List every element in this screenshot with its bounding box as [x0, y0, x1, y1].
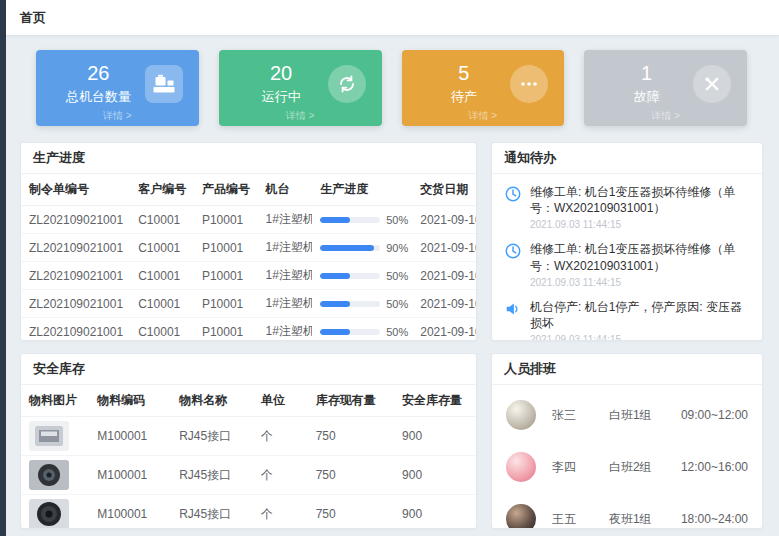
progress-bar — [320, 217, 380, 223]
progress-label: 50% — [386, 326, 408, 338]
stat-label: 总机台数量 — [52, 88, 145, 106]
schedule-row: 张三 白班1组 09:00~12:00 — [492, 389, 762, 441]
column-header: 客户编号 — [130, 174, 194, 206]
cell-order: ZL202109021001 — [21, 290, 130, 318]
clock-icon — [504, 242, 522, 260]
person-name: 王五 — [552, 511, 609, 528]
notifications-list: 维修工单: 机台1变压器损坏待维修（单号：WX202109031001） 202… — [492, 174, 762, 340]
stat-card-standby[interactable]: 5 待产 详情 > — [402, 50, 565, 126]
standby-icon — [510, 65, 548, 103]
cell-name: RJ45接口 — [171, 456, 253, 495]
table-row: ZL202109021001 C10001 P10001 1#注塑机 50% 2… — [21, 206, 476, 234]
cell-code: M100001 — [89, 456, 171, 495]
detail-link[interactable]: 详情 > — [219, 109, 382, 123]
progress-bar — [320, 329, 380, 335]
stat-label: 运行中 — [235, 88, 328, 106]
column-header: 库存现有量 — [308, 385, 394, 417]
column-header: 安全库存量 — [394, 385, 476, 417]
stat-card-text: 26 总机台数量 — [52, 62, 145, 106]
progress-label: 50% — [386, 214, 408, 226]
cell-product: P10001 — [194, 206, 258, 234]
stat-value: 20 — [235, 62, 328, 85]
dashboard-app: 首页 26 总机台数量 — [0, 0, 779, 536]
notification-text: 维修工单: 机台1变压器损坏待维修（单号：WX202109031001） — [530, 241, 750, 273]
notification-item[interactable]: 机台停产: 机台1停产，停产原因: 变压器损坏 2021.09.03 11:44… — [504, 293, 750, 340]
running-icon — [328, 65, 366, 103]
page-content: 26 总机台数量 详情 > — [6, 36, 779, 536]
connector-photo — [29, 460, 69, 490]
inventory-panel: 安全库存 物料图片 物料编码 物料名称 单位 库存现有量 — [20, 353, 477, 529]
rj45-photo — [29, 421, 69, 451]
cell-unit: 个 — [253, 417, 308, 456]
table-row: M100001 RJ45接口 个 750 900 — [21, 417, 476, 456]
stat-value: 5 — [418, 62, 511, 85]
inventory-table-wrap: 物料图片 物料编码 物料名称 单位 库存现有量 安全库存量 — [21, 385, 476, 528]
stat-card-body: 20 运行中 — [229, 62, 372, 106]
stat-cards-row: 26 总机台数量 详情 > — [36, 50, 747, 126]
column-header: 物料图片 — [21, 385, 89, 417]
detail-link[interactable]: 详情 > — [36, 109, 199, 123]
column-header: 单位 — [253, 385, 308, 417]
cell-date: 2021-09-10 — [412, 262, 476, 290]
stat-value: 1 — [600, 62, 693, 85]
cell-product: P10001 — [194, 290, 258, 318]
table-row: M100001 RJ45接口 个 750 900 — [21, 456, 476, 495]
column-header: 机台 — [258, 174, 313, 206]
stat-card-body: 26 总机台数量 — [46, 62, 189, 106]
tab-home[interactable]: 首页 — [20, 9, 46, 27]
detail-link[interactable]: 详情 > — [402, 109, 565, 123]
person-time: 09:00~12:00 — [681, 408, 748, 422]
cell-date: 2021-09-10 — [412, 290, 476, 318]
panel-title: 安全库存 — [21, 354, 476, 385]
cell-progress: 50% — [312, 290, 412, 318]
stat-card-body: 1 故障 — [594, 62, 737, 106]
progress-bar — [320, 301, 380, 307]
schedule-list: 张三 白班1组 09:00~12:00 李四 白班2组 12:00~16:00 — [492, 385, 762, 528]
production-panel: 生产进度 制令单编号 客户编号 产品编号 机台 生产进度 — [20, 142, 477, 341]
cell-name: RJ45接口 — [171, 417, 253, 456]
progress-label: 90% — [386, 242, 408, 254]
schedule-row: 王五 夜班1组 18:00~24:00 — [492, 493, 762, 528]
detail-link[interactable]: 详情 > — [584, 109, 747, 123]
fault-icon — [693, 65, 731, 103]
stat-card-fault[interactable]: 1 故障 详情 > — [584, 50, 747, 126]
stat-label: 故障 — [600, 88, 693, 106]
schedule-row: 李四 白班2组 12:00~16:00 — [492, 441, 762, 493]
panels-grid: 生产进度 制令单编号 客户编号 产品编号 机台 生产进度 — [20, 142, 763, 529]
stat-card-running[interactable]: 20 运行中 详情 > — [219, 50, 382, 126]
table-row: ZL202109021001 C10001 P10001 1#注塑机 50% 2… — [21, 318, 476, 341]
cell-unit: 个 — [253, 456, 308, 495]
cell-date: 2021-09-10 — [412, 206, 476, 234]
notification-item[interactable]: 维修工单: 机台1变压器损坏待维修（单号：WX202109031001） 202… — [504, 178, 750, 235]
production-table-wrap: 制令单编号 客户编号 产品编号 机台 生产进度 交货日期 — [21, 174, 476, 340]
column-header: 产品编号 — [194, 174, 258, 206]
person-time: 18:00~24:00 — [681, 512, 748, 526]
column-header: 生产进度 — [312, 174, 412, 206]
inventory-table: 物料图片 物料编码 物料名称 单位 库存现有量 安全库存量 — [21, 385, 476, 528]
column-header: 制令单编号 — [21, 174, 130, 206]
table-row: M100001 RJ45接口 个 750 900 — [21, 495, 476, 529]
table-header-row: 制令单编号 客户编号 产品编号 机台 生产进度 交货日期 — [21, 174, 476, 206]
notification-time: 2021.09.03 11:44:15 — [530, 219, 750, 230]
cell-progress: 90% — [312, 234, 412, 262]
cell-image — [21, 456, 89, 495]
cell-customer: C10001 — [130, 318, 194, 341]
person-shift: 白班1组 — [609, 407, 681, 424]
progress-label: 50% — [386, 270, 408, 282]
notification-item[interactable]: 维修工单: 机台1变压器损坏待维修（单号：WX202109031001） 202… — [504, 235, 750, 292]
person-name: 李四 — [552, 459, 609, 476]
notification-text: 机台停产: 机台1停产，停产原因: 变压器损坏 — [530, 299, 750, 331]
column-header: 交货日期 — [412, 174, 476, 206]
cell-order: ZL202109021001 — [21, 206, 130, 234]
machine-icon — [145, 65, 183, 103]
cell-stock: 750 — [308, 417, 394, 456]
cell-order: ZL202109021001 — [21, 234, 130, 262]
panel-title: 通知待办 — [492, 143, 762, 174]
cell-code: M100001 — [89, 417, 171, 456]
cell-safety: 900 — [394, 456, 476, 495]
stat-card-total-machines[interactable]: 26 总机台数量 详情 > — [36, 50, 199, 126]
notification-time: 2021.09.03 11:44:15 — [530, 277, 750, 288]
avatar — [506, 504, 536, 528]
cell-progress: 50% — [312, 318, 412, 341]
cell-progress: 50% — [312, 262, 412, 290]
